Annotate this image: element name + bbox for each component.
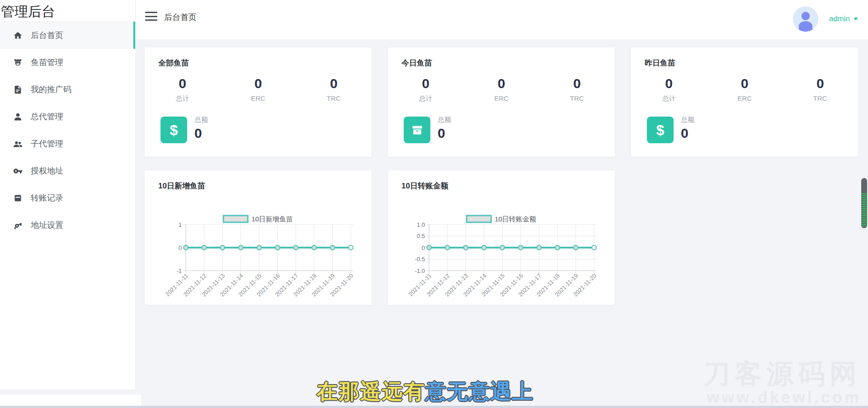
stat-column: 0 TRC (296, 76, 372, 103)
sidebar-footer-box (0, 394, 141, 407)
total-value: 0 (194, 126, 208, 141)
chart-data-point (184, 245, 188, 250)
sidebar: 管理后台 后台首页 鱼苗管理 我的推广码 总代管理 (0, 0, 136, 389)
records-icon (13, 193, 23, 203)
archive-icon (404, 117, 430, 143)
chart-data-point (592, 245, 596, 250)
chart-data-point (293, 245, 298, 250)
sidebar-item-general-agents[interactable]: 总代管理 (0, 103, 135, 130)
stat-column: 0 ERC (220, 76, 296, 103)
video-subtitle: 在那遥远有意无意遇上 (317, 378, 534, 406)
chart-data-point (519, 245, 523, 250)
stat-label: ERC (463, 94, 539, 102)
avatar-person-icon (793, 6, 818, 32)
archive-box-icon (410, 123, 424, 137)
watermark-url: www.dkewl.com (703, 389, 861, 406)
legend-swatch[interactable] (467, 216, 491, 222)
chart-card-transfer-amount: 10日转账金额 1.00.50-0.5-1.02021-11-112021-11… (388, 170, 615, 305)
stat-label: TRC (783, 94, 858, 102)
legend-label[interactable]: 10日转账金额 (495, 215, 536, 223)
sidebar-item-label: 我的推广码 (31, 84, 71, 95)
watermark-site-name: 刀客源码网 (703, 360, 861, 389)
card-title: 全部鱼苗 (158, 58, 189, 68)
legend-swatch[interactable] (223, 216, 248, 222)
top-header: 后台首页 admin (136, 0, 868, 39)
sidebar-item-authorized-address[interactable]: 授权地址 (0, 157, 135, 184)
total-label: 总额 (194, 116, 208, 124)
card-title: 昨日鱼苗 (645, 58, 675, 68)
chart-data-point (555, 245, 560, 250)
sidebar-item-dashboard[interactable]: 后台首页 (0, 22, 135, 49)
hamburger-menu-icon[interactable] (145, 12, 157, 21)
active-indicator (133, 22, 135, 49)
new-fry-line-chart: 10-12021-11-112021-11-122021-11-132021-1… (145, 170, 372, 305)
chart-data-point (239, 245, 243, 250)
stat-value: 0 (220, 76, 296, 91)
stat-value: 0 (145, 76, 220, 91)
chart-data-point (500, 245, 505, 250)
chart-data-point (312, 245, 316, 250)
y-axis-tick-label: 0.5 (417, 233, 425, 239)
dollar-icon: $ (160, 117, 187, 143)
stat-card-all-fry: 全部鱼苗 0 总计 0 ERC 0 TRC $ 总额 0 (145, 47, 372, 157)
sidebar-item-label: 地址设置 (31, 220, 63, 230)
stat-column: 0 总计 (145, 76, 220, 103)
y-axis-tick-label: 1 (179, 221, 182, 228)
sidebar-item-label: 子代管理 (31, 138, 63, 149)
y-axis-tick-label: -0.5 (415, 256, 425, 263)
y-axis-tick-label: -1 (176, 267, 182, 274)
y-axis-tick-label: 1.0 (417, 221, 425, 228)
sidebar-item-address-settings[interactable]: 地址设置 (0, 211, 135, 239)
chart-data-point (330, 245, 335, 250)
username[interactable]: admin (829, 14, 850, 23)
sidebar-item-label: 后台首页 (31, 30, 63, 41)
total-block: 总额 0 (438, 116, 451, 141)
stat-column: 0 TRC (783, 76, 858, 103)
chart-data-point (220, 245, 225, 250)
stat-label: 总计 (145, 94, 220, 103)
dollar-icon: $ (647, 117, 674, 143)
sidebar-item-label: 转账记录 (31, 192, 63, 203)
card-title: 今日鱼苗 (401, 58, 432, 68)
chart-data-point (573, 245, 578, 250)
total-block: 总额 0 (194, 116, 208, 141)
total-label: 总额 (438, 116, 451, 124)
chart-data-point (427, 245, 431, 250)
stat-label: TRC (539, 94, 615, 102)
stat-value: 0 (783, 76, 858, 91)
stat-column: 0 ERC (707, 76, 782, 103)
stat-label: TRC (296, 94, 372, 102)
sidebar-item-transfer-records[interactable]: 转账记录 (0, 184, 135, 211)
user-dropdown[interactable]: admin (793, 6, 858, 32)
horizontal-scrollbar[interactable] (0, 406, 868, 408)
chart-data-point (275, 245, 280, 250)
legend-label[interactable]: 10日新增鱼苗 (251, 215, 293, 223)
chart-data-point (463, 245, 468, 250)
stat-value: 0 (539, 76, 615, 91)
y-axis-tick-label: -1.0 (415, 267, 425, 274)
key-icon (13, 166, 23, 176)
sidebar-item-promo-code[interactable]: 我的推广码 (0, 76, 135, 103)
app-title: 管理后台 (0, 0, 135, 22)
scrollbar-stripes (862, 193, 867, 226)
cow-icon (13, 58, 23, 67)
subtitle-rest-text: 意无意遇上 (425, 380, 534, 403)
chart-data-point (482, 245, 486, 250)
chevron-down-icon (854, 18, 858, 20)
avatar[interactable] (793, 6, 818, 32)
vertical-scrollbar-thumb[interactable] (861, 178, 867, 228)
y-axis-tick-label: 0 (422, 244, 425, 251)
sidebar-item-label: 总代管理 (31, 111, 63, 122)
stat-value: 0 (463, 76, 539, 91)
stat-column: 0 ERC (463, 76, 539, 103)
sidebar-item-sub-agents[interactable]: 子代管理 (0, 130, 135, 157)
people-icon (13, 139, 23, 149)
sidebar-item-fry-management[interactable]: 鱼苗管理 (0, 49, 135, 76)
key-settings-icon (13, 220, 23, 230)
chart-card-new-fry: 10日新增鱼苗 10-12021-11-112021-11-122021-11-… (145, 170, 372, 305)
stat-column: 0 TRC (539, 76, 615, 103)
stat-card-yesterday-fry: 昨日鱼苗 0 总计 0 ERC 0 TRC $ 总额 0 (631, 47, 858, 157)
watermark: 刀客源码网 www.dkewl.com (703, 360, 861, 406)
breadcrumb: 后台首页 (164, 12, 197, 23)
stat-card-today-fry: 今日鱼苗 0 总计 0 ERC 0 TRC 总额 0 (388, 47, 615, 157)
